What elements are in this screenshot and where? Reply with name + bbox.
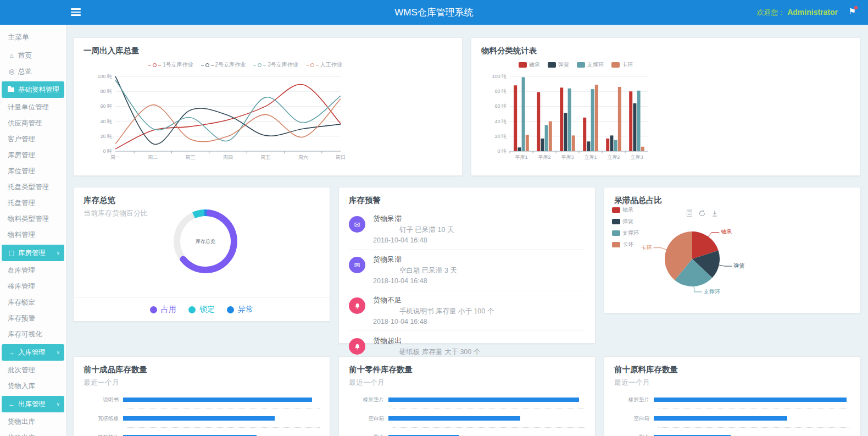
hbar-track xyxy=(123,398,320,402)
card-subtitle: 最近一个月 xyxy=(614,378,850,388)
legend-item-弹簧[interactable]: 弹簧 xyxy=(548,61,569,69)
material-bar-chart: 0 吨20 吨40 吨60 吨80 吨100 吨平库1平库2平库3立库1立库2立… xyxy=(481,69,668,173)
card-material-category: 物料分类统计表 轴承弹簧支撑环卡环 0 吨20 吨40 吨60 吨80 吨100… xyxy=(471,37,860,176)
legend-item-支撑环[interactable]: 支撑环 xyxy=(577,61,604,69)
sidebar-item-label: 基础资料管理 xyxy=(18,81,59,98)
legend-item-卡环[interactable]: 卡环 xyxy=(611,61,633,69)
legend-dot xyxy=(150,306,157,313)
bar-平库1-卡环 xyxy=(526,135,529,151)
donut-center-label: 库存总览 xyxy=(196,239,215,244)
card-inventory-overview: 库存总览 当前库存货物百分比 库存总览 占用锁定异常 xyxy=(73,187,330,322)
card-title: 库存预警 xyxy=(349,195,585,206)
sidebar-item-总览[interactable]: ◎总览 xyxy=(0,64,66,80)
legend-item-轴承[interactable]: 轴承 xyxy=(519,61,540,69)
sidebar-item-客户管理[interactable]: 客户管理 xyxy=(0,131,66,147)
alarm-icon xyxy=(349,338,365,355)
notification-flag-icon[interactable]: ⚑ xyxy=(849,7,856,16)
bar-立库2-支撑环 xyxy=(614,140,617,151)
hbar-row-空白箱: 空白箱 xyxy=(614,415,850,422)
y-tick-label: 20 吨 xyxy=(494,134,507,139)
sidebar-item-货物入库[interactable]: 货物入库 xyxy=(0,378,66,394)
sidebar-item-出库管理[interactable]: ←出库管理∨ xyxy=(2,396,64,412)
legend-item-占用[interactable]: 占用 xyxy=(150,305,176,314)
x-tick-label: 周二 xyxy=(148,154,158,160)
legend-label: 人工作业 xyxy=(320,61,342,69)
sidebar-item-托盘管理[interactable]: 托盘管理 xyxy=(0,195,66,211)
legend-label: 支撑环 xyxy=(587,61,604,69)
sidebar-item-首页[interactable]: ⌂首页 xyxy=(0,48,66,64)
x-tick-label: 周日 xyxy=(336,154,346,160)
bar-立库2-卡环 xyxy=(618,87,621,151)
legend-item-3号立库作业[interactable]: 3号立库作业 xyxy=(253,61,298,69)
bar-平库3-弹簧 xyxy=(564,113,567,151)
arrow-out-icon: ← xyxy=(8,396,15,412)
card-title: 物料分类统计表 xyxy=(481,46,850,56)
welcome-label: 欢迎您： xyxy=(756,8,785,16)
sidebar-item-盘库管理[interactable]: 盘库管理 xyxy=(0,263,66,279)
hbar-chart-raw: 橡胶垫片空白箱彩卡说明书 xyxy=(614,396,850,436)
sidebar-item-入库管理[interactable]: →入库管理∨ xyxy=(2,344,64,361)
sidebar-item-托盘类型管理[interactable]: 托盘类型管理 xyxy=(0,179,66,195)
card-top10-raw: 前十原料库存数量 最近一个月 橡胶垫片空白箱彩卡说明书 xyxy=(604,356,861,436)
sidebar-item-计量单位管理[interactable]: 计量单位管理 xyxy=(0,100,66,115)
x-tick-label: 平库1 xyxy=(515,154,527,160)
sidebar-item-货物出库[interactable]: 货物出库 xyxy=(0,414,66,430)
y-tick-label: 60 吨 xyxy=(100,103,112,109)
card-subtitle: 最近一个月 xyxy=(349,378,585,388)
bar-平库1-支撑环 xyxy=(522,77,525,151)
hbar-chart-parts: 橡胶垫片空白箱彩卡说明书 xyxy=(349,396,585,436)
legend-item-异常[interactable]: 异常 xyxy=(227,305,253,314)
envelope-icon: ✉ xyxy=(349,257,365,273)
sidebar-item-label: 库房管理 xyxy=(8,147,35,163)
card-title: 前十零件库存数量 xyxy=(349,365,585,375)
y-tick-label: 100 吨 xyxy=(492,74,507,79)
username[interactable]: Administrator xyxy=(787,8,838,16)
sidebar-item-库房管理[interactable]: 库房管理 xyxy=(0,147,66,163)
sidebar-item-移库管理[interactable]: 移库管理 xyxy=(0,279,66,295)
hbar-bar xyxy=(654,398,847,402)
y-tick-label: 80 吨 xyxy=(100,89,112,94)
bar-平库1-弹簧 xyxy=(518,147,521,151)
sidebar-item-供应商管理[interactable]: 供应商管理 xyxy=(0,115,66,131)
bar-平库2-卡环 xyxy=(549,122,552,151)
sidebar-item-库存可视化[interactable]: 库存可视化 xyxy=(0,327,66,343)
bar-平库3-卡环 xyxy=(572,135,575,151)
sidebar-item-label: 物料类型管理 xyxy=(8,211,49,227)
legend-item-人工作业[interactable]: 人工作业 xyxy=(306,61,342,69)
sidebar-item-库房管理[interactable]: ▢库房管理∨ xyxy=(2,245,64,261)
sidebar-item-label: 入库管理 xyxy=(18,344,46,361)
envelope-icon: ✉ xyxy=(349,216,365,233)
sidebar-item-label: 首页 xyxy=(18,48,32,64)
sidebar-item-库存预警[interactable]: 库存预警 xyxy=(0,311,66,327)
legend-label: 2号立库作业 xyxy=(215,61,246,69)
x-tick-label: 平库2 xyxy=(538,154,550,160)
sidebar-item-label: 客户管理 xyxy=(8,131,35,147)
hbar-row-彩卡: 彩卡 xyxy=(349,434,585,436)
legend-swatch xyxy=(577,62,585,68)
sidebar-item-库位管理[interactable]: 库位管理 xyxy=(0,163,66,179)
legend-item-2号立库作业[interactable]: 2号立库作业 xyxy=(201,61,246,69)
pie-leader-弹簧 xyxy=(719,265,732,266)
sidebar-item-批次管理[interactable]: 批次管理 xyxy=(0,362,66,378)
y-tick-label: 20 吨 xyxy=(100,134,112,139)
sidebar-item-基础资料管理[interactable]: 基础资料管理 xyxy=(2,81,64,98)
x-tick-label: 周六 xyxy=(298,154,308,160)
sidebar-item-物料类型管理[interactable]: 物料类型管理 xyxy=(0,211,66,227)
sidebar-item-物料管理[interactable]: 物料管理 xyxy=(0,227,66,243)
card-top10-finished: 前十成品库存数量 最近一个月 说明书瓦楞纸板橡胶垫片空白箱 xyxy=(73,356,330,436)
legend-label: 轴承 xyxy=(529,61,540,69)
sidebar-item-库存锁定[interactable]: 库存锁定 xyxy=(0,295,66,311)
hbar-dotted-gridline xyxy=(658,422,850,428)
sidebar-item-label: 检验出库 xyxy=(8,430,35,436)
sidebar-item-label: 货物入库 xyxy=(8,378,35,394)
alert-desc: 钉子 已呆滞 10 天 xyxy=(373,225,454,235)
hbar-dotted-gridline xyxy=(127,403,320,409)
main-content: 一周出入库总量 1号立库作业2号立库作业3号立库作业人工作业 0 吨20 吨40… xyxy=(66,25,868,436)
legend-item-1号立库作业[interactable]: 1号立库作业 xyxy=(148,61,193,69)
bar-立库3-弹簧 xyxy=(633,103,636,151)
legend-item-锁定[interactable]: 锁定 xyxy=(188,305,215,314)
folder-icon xyxy=(8,87,14,92)
sidebar-item-检验出库[interactable]: 检验出库 xyxy=(0,430,66,436)
card-subtitle: 最近一个月 xyxy=(84,378,320,388)
pie-label-支撑环: 支撑环 xyxy=(704,289,720,295)
